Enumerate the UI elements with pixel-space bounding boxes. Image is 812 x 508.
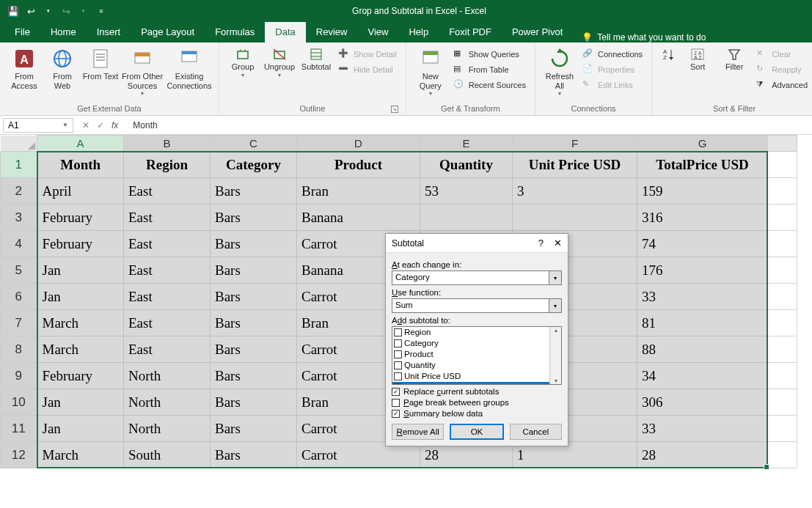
row-header-1[interactable]: 1 <box>1 152 37 178</box>
tab-page-layout[interactable]: Page Layout <box>131 22 205 43</box>
remove-all-button[interactable]: Remove All <box>392 424 444 440</box>
tab-insert[interactable]: Insert <box>87 22 131 43</box>
existing-connections-button[interactable]: Existing Connections <box>166 45 213 92</box>
tab-home[interactable]: Home <box>40 22 87 43</box>
header-cell[interactable]: Region <box>124 152 211 178</box>
data-cell[interactable]: Bars <box>211 336 297 363</box>
tell-me-search[interactable]: 💡Tell me what you want to do <box>573 32 714 43</box>
from-text-button[interactable]: From Text <box>82 45 119 83</box>
data-cell[interactable]: Banana <box>297 205 420 231</box>
select-all-cell[interactable] <box>1 136 37 152</box>
summary-below-checkbox[interactable]: ✓Summary below data <box>392 409 562 418</box>
data-cell[interactable]: March <box>37 310 124 336</box>
tab-power-pivot[interactable]: Power Pivot <box>502 22 573 43</box>
data-cell[interactable]: March <box>37 336 124 363</box>
data-cell[interactable]: Bars <box>211 442 297 468</box>
group-button[interactable]: Group▾ <box>225 45 260 78</box>
data-cell[interactable]: 33 <box>637 284 768 310</box>
at-each-combo[interactable]: Category▾ <box>392 270 562 285</box>
use-function-combo[interactable]: Sum▾ <box>392 298 562 313</box>
data-cell[interactable] <box>420 205 513 231</box>
chevron-down-icon[interactable]: ▾ <box>549 271 561 284</box>
add-to-item[interactable]: Region <box>392 327 549 338</box>
data-cell[interactable]: Bars <box>211 178 297 205</box>
data-cell[interactable]: East <box>124 336 211 363</box>
clear-button[interactable]: ✕Clear <box>753 47 811 62</box>
recent-sources-button[interactable]: 🕒Recent Sources <box>450 78 529 92</box>
connections-button[interactable]: 🔗Connections <box>579 47 645 62</box>
tab-formulas[interactable]: Formulas <box>205 22 265 43</box>
hide-detail-button[interactable]: ➖Hide Detail <box>335 62 400 77</box>
data-cell[interactable]: 159 <box>637 178 768 205</box>
cancel-formula-icon[interactable]: ✕ <box>82 120 89 130</box>
customize-qat-icon[interactable]: ≡ <box>95 5 107 17</box>
row-header-7[interactable]: 7 <box>1 310 37 336</box>
data-cell[interactable]: Jan <box>37 416 124 442</box>
tab-help[interactable]: Help <box>398 22 439 43</box>
redo-icon[interactable]: ↪ <box>60 5 72 17</box>
data-cell[interactable]: Bars <box>211 284 297 310</box>
add-subtotal-listbox[interactable]: RegionCategoryProductQuantityUnit Price … <box>392 326 562 385</box>
sort-asc-button[interactable]: AZ <box>658 45 679 62</box>
data-cell[interactable]: 3 <box>513 178 637 205</box>
help-icon[interactable]: ? <box>538 238 544 249</box>
dialog-titlebar[interactable]: Subtotal ? ✕ <box>386 234 568 253</box>
add-to-item[interactable]: Category <box>392 338 549 349</box>
tab-review[interactable]: Review <box>306 22 358 43</box>
undo-dropdown-icon[interactable]: ▾ <box>43 5 54 17</box>
header-cell[interactable]: Product <box>297 152 420 178</box>
replace-subtotals-checkbox[interactable]: ✓Replace current subtotals <box>392 387 562 396</box>
row-header-2[interactable]: 2 <box>1 178 37 205</box>
row-header-12[interactable]: 12 <box>1 442 37 468</box>
data-cell[interactable]: North <box>124 363 211 389</box>
header-cell[interactable]: Category <box>211 152 297 178</box>
data-cell[interactable]: Jan <box>37 389 124 416</box>
data-cell[interactable]: East <box>124 178 211 205</box>
data-cell[interactable]: Bars <box>211 310 297 336</box>
row-header-4[interactable]: 4 <box>1 231 37 257</box>
row-header-5[interactable]: 5 <box>1 257 37 284</box>
header-cell[interactable]: Unit Price USD <box>513 152 637 178</box>
col-header-D[interactable]: D <box>297 136 420 152</box>
undo-icon[interactable]: ↩ <box>25 5 37 17</box>
save-icon[interactable]: 💾 <box>7 5 19 17</box>
sort-button[interactable]: Z AA ZSort <box>680 45 715 72</box>
data-cell[interactable]: March <box>37 442 124 468</box>
show-detail-button[interactable]: ➕Show Detail <box>335 47 400 62</box>
data-cell[interactable]: 33 <box>637 416 768 442</box>
row-header-8[interactable]: 8 <box>1 336 37 363</box>
header-cell[interactable]: Month <box>37 152 124 178</box>
outline-dialog-launcher[interactable]: ↘ <box>391 106 398 113</box>
tab-data[interactable]: Data <box>265 22 305 43</box>
data-cell[interactable]: South <box>124 442 211 468</box>
tab-file[interactable]: File <box>7 22 40 43</box>
data-cell[interactable]: 81 <box>637 310 768 336</box>
data-cell[interactable]: East <box>124 257 211 284</box>
col-header-F[interactable]: F <box>513 136 637 152</box>
chevron-down-icon[interactable]: ▾ <box>549 299 561 312</box>
data-cell[interactable]: Bran <box>297 178 420 205</box>
data-cell[interactable]: East <box>124 310 211 336</box>
col-header-C[interactable]: C <box>211 136 297 152</box>
ungroup-button[interactable]: Ungroup▾ <box>262 45 297 78</box>
data-cell[interactable]: Bars <box>211 363 297 389</box>
data-cell[interactable]: North <box>124 416 211 442</box>
from-other-sources-button[interactable]: From Other Sources▾ <box>120 45 164 98</box>
data-cell[interactable]: 316 <box>637 205 768 231</box>
row-header-3[interactable]: 3 <box>1 205 37 231</box>
advanced-button[interactable]: ⧩Advanced <box>753 78 811 92</box>
enter-formula-icon[interactable]: ✓ <box>97 120 104 130</box>
data-cell[interactable]: East <box>124 231 211 257</box>
formula-input[interactable]: Month <box>127 120 812 130</box>
page-break-checkbox[interactable]: Page break between groups <box>392 398 562 407</box>
col-header-G[interactable]: G <box>637 136 768 152</box>
add-to-item[interactable]: Unit Price USD <box>392 371 549 382</box>
data-cell[interactable]: 176 <box>637 257 768 284</box>
data-cell[interactable]: Bars <box>211 231 297 257</box>
tab-foxit-pdf[interactable]: Foxit PDF <box>439 22 502 43</box>
close-icon[interactable]: ✕ <box>554 238 562 249</box>
add-to-item[interactable]: Quantity <box>392 360 549 371</box>
data-cell[interactable]: Bars <box>211 416 297 442</box>
data-cell[interactable]: Bars <box>211 205 297 231</box>
reapply-button[interactable]: ↻Reapply <box>753 62 811 77</box>
